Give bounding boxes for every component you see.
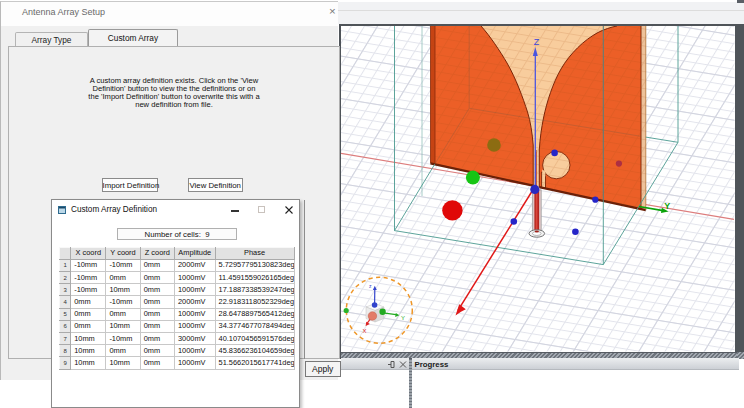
svg-text:X: X [362, 328, 366, 334]
svg-text:Y: Y [664, 201, 670, 211]
svg-text:Z: Z [534, 37, 540, 47]
svg-text:Y: Y [401, 315, 405, 321]
